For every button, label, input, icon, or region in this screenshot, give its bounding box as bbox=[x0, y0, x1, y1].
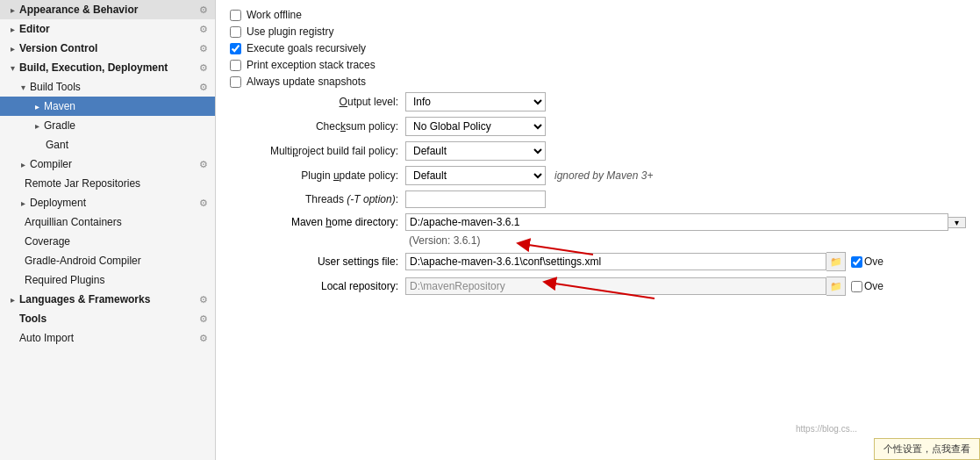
local-repository-label: Local repository: bbox=[230, 280, 405, 292]
checksum-policy-select[interactable]: No Global Policy Fail Warn Ignore bbox=[405, 117, 546, 136]
use-plugin-registry-label[interactable]: Use plugin registry bbox=[247, 25, 333, 38]
user-settings-override-label[interactable]: Ove bbox=[864, 255, 883, 268]
sidebar-item-compiler[interactable]: ▸ Compiler ⚙ bbox=[0, 155, 215, 174]
arrow-icon: ▸ bbox=[7, 295, 18, 305]
settings-icon: ⚙ bbox=[199, 198, 208, 209]
sidebar-item-deployment[interactable]: ▸ Deployment ⚙ bbox=[0, 193, 215, 212]
sidebar-item-label: Compiler bbox=[30, 158, 199, 170]
sidebar-item-remote-jar-repositories[interactable]: Remote Jar Repositories bbox=[0, 174, 215, 193]
multiproject-build-fail-policy-label: Multiproject build fail policy: bbox=[230, 145, 405, 157]
local-repository-override: Ove bbox=[851, 280, 883, 292]
user-settings-label: User settings file: bbox=[230, 255, 405, 268]
sidebar-item-label: Coverage bbox=[25, 235, 208, 248]
sidebar-item-label: Editor bbox=[19, 23, 199, 35]
settings-sidebar: ▸ Appearance & Behavior ⚙ ▸ Editor ⚙ ▸ V… bbox=[0, 0, 216, 460]
maven-home-label: Maven home directory: bbox=[230, 216, 405, 228]
threads-row: Threads (-T option): bbox=[230, 190, 966, 208]
sidebar-item-auto-import[interactable]: Auto Import ⚙ bbox=[0, 328, 215, 348]
settings-icon: ⚙ bbox=[199, 294, 208, 305]
sidebar-item-gradle[interactable]: ▸ Gradle bbox=[0, 116, 215, 135]
execute-goals-label[interactable]: Execute goals recursively bbox=[247, 42, 366, 54]
sidebar-item-appearance-behavior[interactable]: ▸ Appearance & Behavior ⚙ bbox=[0, 0, 215, 19]
sidebar-item-editor[interactable]: ▸ Editor ⚙ bbox=[0, 19, 215, 39]
sidebar-item-label: Languages & Frameworks bbox=[19, 293, 199, 305]
settings-icon: ⚙ bbox=[199, 313, 208, 325]
use-plugin-registry-row: Use plugin registry bbox=[230, 25, 966, 38]
work-offline-label[interactable]: Work offline bbox=[247, 9, 302, 21]
settings-icon: ⚙ bbox=[199, 43, 208, 54]
sidebar-item-build-tools[interactable]: ▾ Build Tools ⚙ bbox=[0, 77, 215, 97]
always-update-checkbox[interactable] bbox=[230, 76, 241, 88]
sidebar-item-label: Tools bbox=[19, 313, 199, 325]
local-repository-row: Local repository: 📁 Ove bbox=[230, 277, 966, 296]
arrow-icon: ▾ bbox=[7, 63, 18, 73]
output-level-label: Output level: bbox=[230, 96, 405, 108]
always-update-label[interactable]: Always update snapshots bbox=[247, 75, 366, 88]
sidebar-item-label: Maven bbox=[44, 100, 208, 112]
sidebar-item-label: Auto Import bbox=[19, 332, 199, 344]
arrow-icon: ▸ bbox=[32, 121, 42, 131]
user-settings-override-checkbox[interactable] bbox=[851, 256, 862, 268]
arrow-icon: ▸ bbox=[7, 44, 18, 54]
work-offline-row: Work offline bbox=[230, 9, 966, 21]
sidebar-item-languages-frameworks[interactable]: ▸ Languages & Frameworks ⚙ bbox=[0, 290, 215, 309]
settings-icon: ⚙ bbox=[199, 4, 208, 16]
execute-goals-checkbox[interactable] bbox=[230, 43, 241, 54]
sidebar-item-label: Version Control bbox=[19, 42, 199, 54]
arrow-icon: ▸ bbox=[7, 25, 18, 34]
plugin-update-policy-extra: ignored by Maven 3+ bbox=[554, 169, 653, 182]
execute-goals-row: Execute goals recursively bbox=[230, 42, 966, 54]
output-level-row: Output level: Info Debug Quiet bbox=[230, 92, 966, 111]
settings-icon: ⚙ bbox=[199, 62, 208, 74]
threads-input[interactable] bbox=[405, 190, 546, 208]
sidebar-item-arquillian-containers[interactable]: Arquillian Containers bbox=[0, 212, 215, 232]
output-level-select[interactable]: Info Debug Quiet bbox=[405, 92, 546, 111]
work-offline-checkbox[interactable] bbox=[230, 10, 241, 21]
maven-home-dropdown-btn[interactable]: ▾ bbox=[948, 217, 966, 228]
sidebar-item-build-execution-deployment[interactable]: ▾ Build, Execution, Deployment ⚙ bbox=[0, 58, 215, 77]
arrow-icon: ▸ bbox=[18, 198, 28, 208]
sidebar-item-label: Deployment bbox=[30, 197, 199, 209]
print-exception-row: Print exception stack traces bbox=[230, 59, 966, 71]
maven-version-text: (Version: 3.6.1) bbox=[405, 234, 966, 247]
sidebar-item-label: Build Tools bbox=[30, 81, 199, 93]
local-repository-override-label[interactable]: Ove bbox=[864, 280, 883, 292]
tooltip-text: 个性设置，点我查看 bbox=[883, 443, 970, 454]
threads-label: Threads (-T option): bbox=[230, 193, 405, 205]
multiproject-build-fail-policy-select[interactable]: Default Fail Fast Fail Never bbox=[405, 141, 546, 161]
multiproject-build-fail-policy-row: Multiproject build fail policy: Default … bbox=[230, 141, 966, 161]
sidebar-item-label: Gradle-Android Compiler bbox=[25, 255, 208, 267]
plugin-update-policy-row: Plugin update policy: Default Force Neve… bbox=[230, 166, 966, 185]
sidebar-item-label: Arquillian Containers bbox=[25, 216, 208, 228]
maven-home-input[interactable] bbox=[405, 213, 948, 231]
sidebar-item-coverage[interactable]: Coverage bbox=[0, 232, 215, 251]
user-settings-browse-btn[interactable]: 📁 bbox=[826, 252, 846, 271]
always-update-row: Always update snapshots bbox=[230, 75, 966, 88]
plugin-update-policy-select[interactable]: Default Force Never bbox=[405, 166, 546, 185]
use-plugin-registry-checkbox[interactable] bbox=[230, 26, 241, 38]
sidebar-item-gradle-android-compiler[interactable]: Gradle-Android Compiler bbox=[0, 251, 215, 270]
checksum-policy-row: Checksum policy: No Global Policy Fail W… bbox=[230, 117, 966, 136]
sidebar-item-version-control[interactable]: ▸ Version Control ⚙ bbox=[0, 39, 215, 58]
local-repository-override-checkbox[interactable] bbox=[851, 281, 862, 292]
user-settings-override: Ove bbox=[851, 255, 883, 268]
sidebar-item-label: Gradle bbox=[44, 119, 208, 132]
sidebar-item-tools[interactable]: Tools ⚙ bbox=[0, 309, 215, 328]
arrow-icon: ▸ bbox=[18, 160, 28, 169]
settings-icon: ⚙ bbox=[199, 159, 208, 170]
settings-icon: ⚙ bbox=[199, 333, 208, 344]
sidebar-item-maven[interactable]: ▸ Maven bbox=[0, 97, 215, 116]
sidebar-item-label: Remote Jar Repositories bbox=[25, 177, 208, 190]
settings-icon: ⚙ bbox=[199, 24, 208, 35]
print-exception-checkbox[interactable] bbox=[230, 60, 241, 71]
arrow-icon: ▸ bbox=[32, 102, 42, 111]
local-repository-input[interactable] bbox=[405, 277, 826, 295]
local-repository-browse-btn[interactable]: 📁 bbox=[826, 277, 846, 296]
url-text: https://blog.cs... bbox=[796, 424, 857, 434]
sidebar-item-label: Build, Execution, Deployment bbox=[19, 61, 199, 74]
print-exception-label[interactable]: Print exception stack traces bbox=[247, 59, 376, 71]
sidebar-item-label: Gant bbox=[46, 139, 208, 151]
user-settings-input[interactable] bbox=[405, 253, 826, 270]
sidebar-item-gant[interactable]: Gant bbox=[0, 135, 215, 155]
sidebar-item-required-plugins[interactable]: Required Plugins bbox=[0, 270, 215, 290]
